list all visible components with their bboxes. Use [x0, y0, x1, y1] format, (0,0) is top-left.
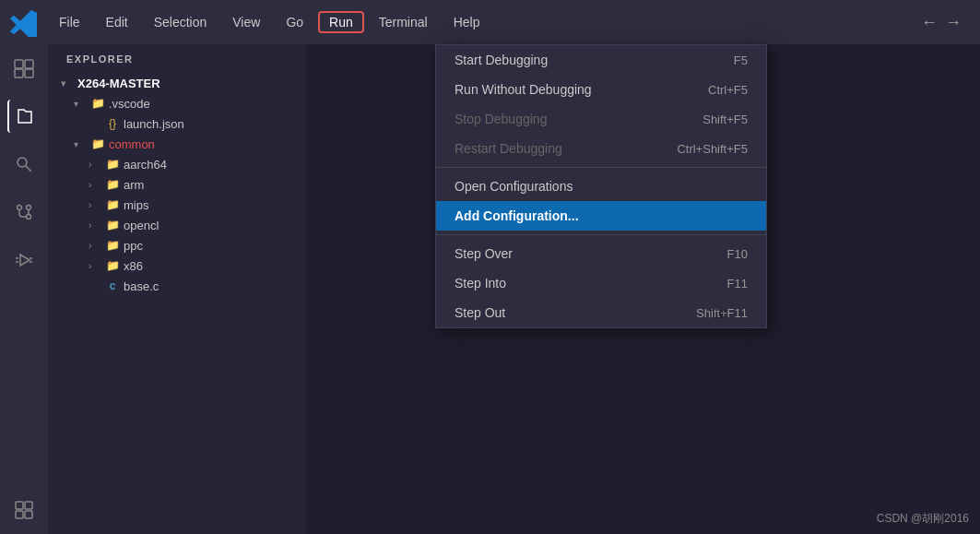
separator-2 — [436, 234, 766, 235]
menu-item-start-debugging[interactable]: Start Debugging F5 — [436, 45, 766, 75]
chevron-down-icon: ▾ — [61, 78, 74, 89]
chevron-right-icon: › — [89, 261, 101, 271]
activity-icon-search[interactable] — [7, 148, 41, 181]
menu-item-label: Start Debugging — [455, 53, 548, 67]
menu-item-shortcut: F5 — [734, 53, 748, 67]
menu-item-label: Step Into — [455, 276, 506, 291]
svg-marker-10 — [20, 255, 30, 266]
menu-help[interactable]: Help — [443, 11, 491, 33]
sidebar: EXPLORER ▾ X264-MASTER ▾ 📁 .vscode {} la… — [48, 44, 306, 534]
menu-item-shortcut: F11 — [727, 277, 748, 291]
run-dropdown-menu: Start Debugging F5 Run Without Debugging… — [435, 44, 767, 328]
tree-item-label: base.c — [124, 279, 159, 293]
tree-item-opencl[interactable]: › 📁 opencl — [55, 215, 306, 235]
svg-rect-2 — [15, 69, 23, 77]
activity-icon-explorer[interactable] — [7, 100, 41, 133]
tree-item-label: mips — [124, 198, 148, 212]
menu-item-label: Restart Debugging — [455, 141, 562, 156]
activity-icon-vscode — [7, 52, 41, 85]
activity-icon-git[interactable] — [7, 196, 41, 229]
svg-rect-17 — [16, 511, 23, 518]
tree-item-ppc[interactable]: › 📁 ppc — [55, 235, 306, 255]
activity-icon-extensions[interactable] — [7, 493, 41, 527]
menu-selection[interactable]: Selection — [143, 11, 218, 33]
svg-point-6 — [18, 206, 22, 210]
folder-icon: 📁 — [90, 136, 105, 151]
svg-rect-1 — [25, 60, 33, 68]
svg-point-7 — [27, 215, 31, 220]
tree-item-aarch64[interactable]: › 📁 aarch64 — [55, 154, 306, 174]
folder-icon: 📁 — [105, 197, 120, 212]
chevron-right-icon: › — [89, 220, 101, 231]
menu-run[interactable]: Run — [318, 11, 364, 33]
menu-item-add-configuration[interactable]: Add Configuration... — [436, 201, 766, 231]
svg-rect-18 — [25, 511, 32, 518]
menu-item-step-into[interactable]: Step Into F11 — [436, 268, 766, 298]
nav-arrows: ← → — [921, 13, 962, 32]
folder-icon: 📁 — [105, 238, 120, 253]
svg-line-5 — [26, 166, 31, 172]
tree-item-arm[interactable]: › 📁 arm — [55, 174, 306, 195]
tree-item-mips[interactable]: › 📁 mips — [55, 195, 306, 215]
tree-item-label: .vscode — [109, 97, 150, 111]
menu-item-label: Open Configurations — [455, 179, 573, 194]
root-folder-label: X264-MASTER — [77, 77, 160, 90]
svg-rect-16 — [25, 502, 32, 509]
menu-view[interactable]: View — [221, 11, 271, 33]
menu-item-label: Add Configuration... — [455, 208, 579, 223]
menu-item-open-configurations[interactable]: Open Configurations — [436, 172, 766, 201]
tree-root-folder[interactable]: ▾ X264-MASTER — [55, 74, 306, 93]
tree-item-label: x86 — [124, 259, 143, 273]
menu-item-stop-debugging: Stop Debugging Shift+F5 — [436, 104, 766, 134]
separator-1 — [436, 167, 766, 168]
activity-icon-debug[interactable] — [7, 243, 41, 277]
watermark: CSDN @胡刚2016 — [877, 511, 969, 527]
tree-item-common[interactable]: ▾ 📁 common — [55, 134, 306, 154]
tree-item-label: aarch64 — [124, 158, 167, 172]
menu-item-shortcut: Ctrl+F5 — [708, 83, 748, 97]
spacer — [89, 281, 101, 291]
activity-bar — [0, 44, 48, 534]
main-layout: EXPLORER ▾ X264-MASTER ▾ 📁 .vscode {} la… — [0, 44, 980, 534]
tree-item-x86[interactable]: › 📁 x86 — [55, 255, 306, 276]
sidebar-header: EXPLORER — [48, 44, 306, 74]
svg-rect-15 — [16, 502, 23, 509]
menu-item-label: Stop Debugging — [455, 112, 547, 126]
tree-item-label: arm — [124, 178, 144, 192]
json-file-icon: {} — [105, 116, 120, 131]
svg-rect-0 — [15, 60, 23, 68]
menu-terminal[interactable]: Terminal — [368, 11, 439, 33]
svg-point-4 — [18, 158, 27, 167]
tree-item-vscode[interactable]: ▾ 📁 .vscode — [55, 93, 306, 113]
menu-item-label: Step Out — [455, 305, 505, 320]
menu-item-label: Run Without Debugging — [455, 82, 592, 97]
tree-item-launch[interactable]: {} launch.json — [55, 113, 306, 134]
folder-icon: 📁 — [90, 96, 105, 111]
tree-item-label: launch.json — [124, 117, 184, 131]
menu-item-step-over[interactable]: Step Over F10 — [436, 239, 766, 268]
tree-item-label: ppc — [124, 239, 143, 253]
menu-item-step-out[interactable]: Step Out Shift+F11 — [436, 298, 766, 327]
folder-icon: 📁 — [105, 258, 120, 273]
menu-item-shortcut: Shift+F5 — [703, 113, 748, 126]
tree-item-basec[interactable]: c base.c — [55, 276, 306, 296]
spacer — [89, 119, 101, 129]
chevron-down-icon: ▾ — [74, 99, 87, 109]
menu-file[interactable]: File — [48, 11, 91, 33]
menu-item-run-without-debug[interactable]: Run Without Debugging Ctrl+F5 — [436, 75, 766, 104]
menu-item-label: Step Over — [455, 246, 513, 261]
c-file-icon: c — [105, 279, 120, 293]
menu-go[interactable]: Go — [275, 11, 314, 33]
folder-icon: 📁 — [105, 218, 120, 232]
tree-item-label: common — [109, 137, 155, 151]
menu-edit[interactable]: Edit — [95, 11, 139, 33]
tree-item-label: opencl — [124, 219, 159, 232]
file-tree: ▾ X264-MASTER ▾ 📁 .vscode {} launch.json… — [48, 74, 306, 296]
svg-point-8 — [27, 206, 31, 210]
nav-back-icon[interactable]: ← — [921, 13, 938, 32]
nav-forward-icon[interactable]: → — [945, 13, 962, 32]
menu-item-restart-debugging: Restart Debugging Ctrl+Shift+F5 — [436, 134, 766, 163]
title-bar: File Edit Selection View Go Run Terminal… — [0, 0, 980, 44]
menu-item-shortcut: F10 — [727, 247, 748, 261]
chevron-down-icon: ▾ — [74, 139, 87, 149]
